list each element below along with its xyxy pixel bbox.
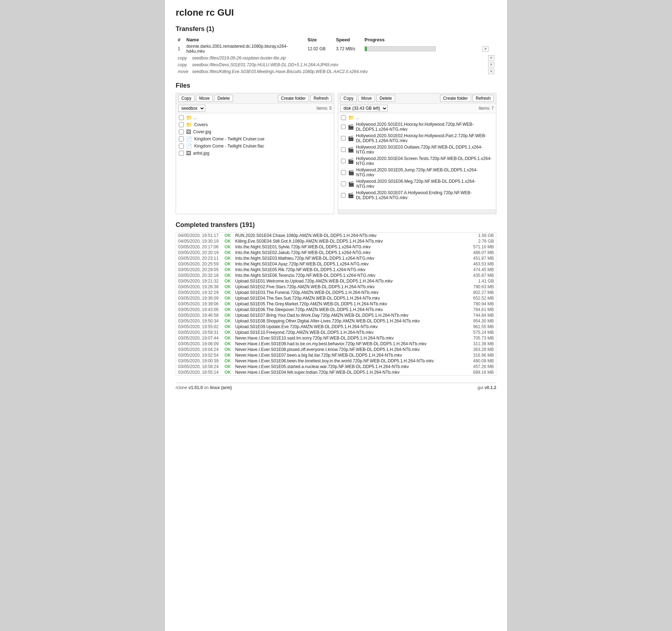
file-checkbox[interactable]	[341, 159, 346, 164]
right-path-select[interactable]: disk (33.43 GB left)	[340, 105, 388, 112]
right-scrollbar-h[interactable]	[338, 210, 496, 214]
list-item[interactable]: 🎬Hollywood.2020.S01E06.Meg.720p.NF.WEB-D…	[338, 178, 496, 190]
completed-status: OK	[222, 238, 233, 244]
right-delete-button[interactable]: Delete	[376, 95, 395, 102]
transfer-name: donnie.darko.2001.remastered.dc.1080p.bl…	[184, 43, 305, 55]
list-item[interactable]: 🎬Hollywood.2020.S01E04.Screen.Tests.720p…	[338, 155, 496, 167]
completed-size: 435.87 MB	[467, 273, 496, 278]
completed-date: 03/05/2020, 19:43:06	[176, 307, 222, 312]
completed-status: OK	[222, 267, 233, 273]
completed-size: 316.96 MB	[467, 352, 496, 358]
list-item[interactable]: 📁..	[338, 114, 496, 121]
left-refresh-button[interactable]: Refresh	[310, 95, 332, 102]
completed-filename: RUN.2020.S01E04.Chase.1080p.AMZN.WEB-DL.…	[233, 233, 467, 238]
completed-status: OK	[222, 352, 233, 358]
active-transfer-row: 1 donnie.darko.2001.remastered.dc.1080p.…	[176, 43, 496, 55]
file-checkbox[interactable]	[341, 136, 346, 141]
file-name: Covers	[194, 122, 208, 127]
file-checkbox[interactable]	[179, 144, 184, 149]
file-checkbox[interactable]	[341, 181, 346, 186]
completed-status: OK	[222, 341, 233, 347]
completed-date: 03/05/2020, 19:02:54	[176, 352, 222, 358]
footer-rclone-label: rclone	[176, 385, 187, 390]
completed-size: 363.28 MB	[467, 347, 496, 352]
completed-size: 463.53 MB	[467, 261, 496, 267]
completed-date: 03/05/2020, 20:32:18	[176, 273, 222, 278]
list-item[interactable]: 🎬Hollywood.2020.S01E07.A.Hollywood.Endin…	[338, 190, 496, 201]
list-item[interactable]: 🎬Hollywood.2020.S01E02.Hooray.for.Hollyw…	[338, 133, 496, 144]
list-item[interactable]: 🎬Hollywood.2020.S01E03.Outlaws.720p.NF.W…	[338, 144, 496, 155]
list-item[interactable]: 📁Covers	[176, 121, 334, 128]
list-item[interactable]: 📁..	[176, 114, 334, 121]
queued-close-button[interactable]: ✕	[488, 69, 494, 74]
file-name: Kingdom Come - Twilight Cruiser.flac	[194, 144, 264, 149]
image-icon: 🖼	[186, 129, 191, 135]
left-delete-button[interactable]: Delete	[214, 95, 233, 102]
completed-date: 03/05/2020, 20:23:11	[176, 255, 222, 261]
col-header-num: #	[176, 36, 184, 43]
right-create-folder-button[interactable]: Create folder	[440, 95, 471, 102]
right-refresh-button[interactable]: Refresh	[472, 95, 494, 102]
right-copy-button[interactable]: Copy	[340, 95, 357, 102]
completed-date: 03/05/2020, 19:59:31	[176, 330, 222, 335]
left-move-button[interactable]: Move	[196, 95, 213, 102]
table-row: 03/05/2020, 20:20:19 OK Into.the.Night.S…	[176, 250, 496, 255]
completed-filename: Upload.S01E09.Update.Eve.720p.AMZN.WEB-D…	[233, 324, 467, 330]
file-name: Kingdom Come - Twilight Cruiser.cue	[194, 136, 264, 141]
footer: rclone v1.51.0 on linux (arm) gui v0.1.2	[176, 383, 496, 390]
completed-size: 311.38 MB	[467, 341, 496, 347]
file-checkbox[interactable]	[341, 124, 346, 129]
table-row: 04/05/2020, 19:51:17 OK RUN.2020.S01E04.…	[176, 233, 496, 238]
video-icon: 🎬	[348, 124, 354, 130]
transfer-speed: 3.72 MB/s	[334, 43, 362, 55]
left-path-select[interactable]: seedbox	[178, 105, 205, 112]
completed-section: Completed transfers (191) 04/05/2020, 19…	[176, 221, 496, 376]
left-copy-button[interactable]: Copy	[178, 95, 195, 102]
file-checkbox[interactable]	[179, 122, 184, 127]
file-name: artist.jpg	[193, 151, 209, 156]
completed-filename: Killing.Eve.S03E04.Still.Got.It.1080p.AM…	[233, 238, 467, 244]
file-checkbox[interactable]	[179, 136, 184, 141]
file-name: Hollywood.2020.S01E07.A.Hollywood.Ending…	[356, 190, 493, 200]
table-row: 03/05/2020, 19:46:58 OK Upload.S01E07.Br…	[176, 312, 496, 318]
completed-date: 03/05/2020, 18:55:14	[176, 369, 222, 375]
video-icon: 🎬	[348, 192, 354, 198]
list-item[interactable]: 🖼Cover.jpg	[176, 128, 334, 135]
right-file-list: 📁..🎬Hollywood.2020.S01E01.Hooray.for.Hol…	[338, 113, 496, 210]
file-checkbox[interactable]	[179, 129, 184, 134]
completed-filename: Into.the.Night.S01E04.Ayaz.720p.NF.WEB-D…	[233, 261, 467, 267]
transfer-size: 12.02 GB	[305, 43, 334, 55]
parent-icon: 📁	[348, 115, 354, 120]
file-checkbox[interactable]	[179, 151, 184, 156]
completed-date: 03/05/2020, 19:04:24	[176, 347, 222, 352]
file-checkbox[interactable]	[179, 115, 184, 120]
transfers-section: Transfers (1) # Name Size Speed Progress…	[176, 25, 496, 75]
list-item[interactable]: 🎬Hollywood.2020.S01E01.Hooray.for.Hollyw…	[338, 121, 496, 133]
completed-date: 03/05/2020, 19:50:34	[176, 318, 222, 324]
list-item[interactable]: 🎬Hollywood.2020.S01E05.Jump.720p.NF.WEB-…	[338, 167, 496, 178]
completed-filename: Never.Have.I.Ever.S01E09.had.to.be.on.my…	[233, 341, 467, 347]
file-name: ..	[194, 115, 197, 120]
transfer-close-button[interactable]: ✕	[482, 46, 489, 52]
file-checkbox[interactable]	[341, 147, 346, 152]
list-item[interactable]: 🖼artist.jpg	[176, 150, 334, 157]
queued-close-button[interactable]: ✕	[488, 62, 494, 67]
list-item[interactable]: 📄Kingdom Come - Twilight Cruiser.cue	[176, 135, 334, 143]
completed-filename: Never.Have.I.Ever.S01E04.felt.super.Indi…	[233, 369, 467, 375]
completed-status: OK	[222, 295, 233, 301]
completed-date: 03/05/2020, 20:20:19	[176, 250, 222, 255]
completed-scroll[interactable]: 04/05/2020, 19:51:17 OK RUN.2020.S01E04.…	[176, 232, 496, 376]
queued-path: seedbox:/files/2019-09-26-raspbian-buste…	[192, 56, 286, 61]
right-move-button[interactable]: Move	[358, 95, 375, 102]
completed-status: OK	[222, 233, 233, 238]
file-checkbox[interactable]	[341, 193, 346, 198]
file-checkbox[interactable]	[341, 115, 346, 120]
list-item[interactable]: 📄Kingdom Come - Twilight Cruiser.flac	[176, 143, 334, 150]
completed-filename: Upload.S01E08.Shopping.Other.Digital.Aft…	[233, 318, 467, 324]
left-create-folder-button[interactable]: Create folder	[278, 95, 309, 102]
queued-close-button[interactable]: ✕	[488, 55, 494, 61]
queued-op: copy	[178, 56, 191, 61]
completed-filename: Into.the.Night.S01E02.Jakub.720p.NF.WEB-…	[233, 250, 467, 255]
file-checkbox[interactable]	[341, 170, 346, 175]
completed-status: OK	[222, 284, 233, 290]
